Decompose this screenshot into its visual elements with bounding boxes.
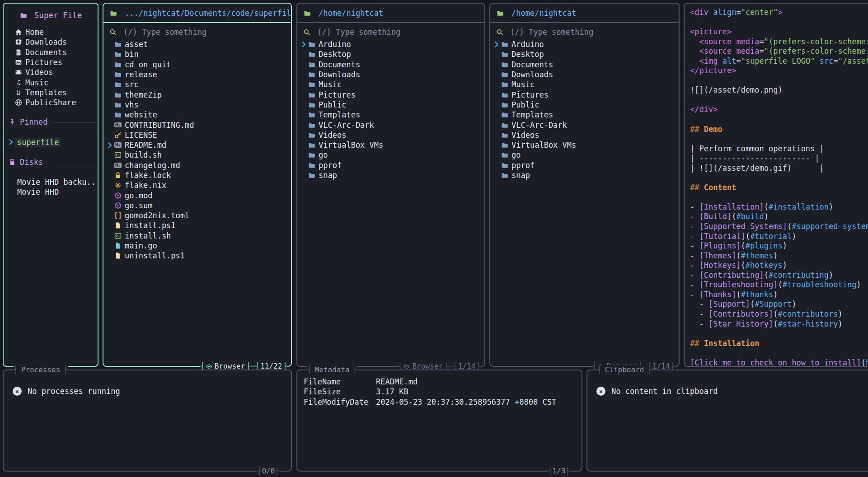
file-row[interactable]: snap xyxy=(493,170,676,180)
sidebar-item-home[interactable]: Home xyxy=(14,27,98,37)
folder-icon xyxy=(501,41,509,48)
panel-header: /home/nightcat xyxy=(490,4,679,23)
code-line xyxy=(690,18,868,28)
file-row[interactable]: Videos xyxy=(493,130,676,140)
file-row[interactable]: bin xyxy=(106,49,288,59)
file-row[interactable]: Templates xyxy=(493,110,676,120)
folder-icon xyxy=(308,172,316,179)
file-row[interactable]: Arduino xyxy=(493,39,676,49)
file-row[interactable]: go.mod xyxy=(106,190,288,200)
file-row[interactable]: Documents xyxy=(300,60,482,70)
markdown-icon: M↓ xyxy=(114,142,122,148)
file-row[interactable]: M↓README.md xyxy=(106,140,288,150)
app-title: Super File xyxy=(4,11,98,20)
code-line: <div align="center"> xyxy=(690,8,868,18)
file-row[interactable]: Desktop xyxy=(300,49,482,59)
clipboard-panel: ┤ Clipboard ├ × No content in clipboard xyxy=(586,369,868,472)
clipboard-title-label: Clipboard xyxy=(605,365,644,375)
file-row[interactable]: asset xyxy=(106,39,288,49)
file-name: website xyxy=(125,110,157,119)
file-row[interactable]: go xyxy=(493,150,676,160)
file-row[interactable]: flake.lock xyxy=(106,170,288,180)
file-row[interactable]: Documents xyxy=(493,60,676,70)
file-row[interactable]: M↓CONTRIBUTING.md xyxy=(106,120,288,130)
file-row[interactable]: go xyxy=(300,150,482,160)
sidebar-item-templates[interactable]: Templates xyxy=(14,88,98,98)
disk-item[interactable]: Movie HHD backu... xyxy=(4,177,98,187)
folder-icon xyxy=(501,91,509,98)
file-row[interactable]: install.sh xyxy=(106,231,288,241)
file-name: Documents xyxy=(319,60,360,69)
search-input[interactable]: (/) Type something xyxy=(297,23,484,38)
file-panel-3: /home/nightcat (/) Type something Arduin… xyxy=(489,3,680,367)
code-line xyxy=(690,134,868,144)
sidebar-item-downloads[interactable]: Downloads xyxy=(14,37,98,47)
file-row[interactable]: install.ps1 xyxy=(106,220,288,230)
file-row[interactable]: VirtualBox VMs xyxy=(300,140,482,150)
metadata-key: FileSize xyxy=(304,387,376,397)
sidebar-item-music[interactable]: ♫Music xyxy=(14,77,98,87)
folder-icon xyxy=(308,71,316,78)
file-row[interactable]: Videos xyxy=(300,130,482,140)
folder-icon xyxy=(501,122,509,129)
file-name: asset xyxy=(125,40,148,49)
file-row[interactable]: Downloads xyxy=(493,70,676,80)
code-line: | ![](/asset/demo.gif) | xyxy=(690,164,868,173)
file-row[interactable]: src xyxy=(106,80,288,89)
file-row[interactable]: VirtualBox VMs xyxy=(493,140,676,150)
search-input[interactable]: (/) Type something xyxy=(103,23,291,38)
file-row[interactable]: M↓changelog.md xyxy=(106,160,288,170)
package-icon xyxy=(114,192,122,199)
file-row[interactable]: pprof xyxy=(300,160,482,170)
terminal-script-icon xyxy=(114,232,122,239)
file-row[interactable]: build.sh xyxy=(106,150,288,160)
file-row[interactable]: Music xyxy=(493,80,676,89)
sidebar-item-documents[interactable]: Documents xyxy=(14,47,98,57)
code-line xyxy=(690,95,868,105)
folder-icon xyxy=(501,162,509,169)
section-divider xyxy=(47,162,98,162)
sidebar-item-publicshare[interactable]: PublicShare xyxy=(14,98,98,108)
file-name: pprof xyxy=(319,161,342,170)
file-row[interactable]: uninstall.ps1 xyxy=(106,251,288,261)
search-icon xyxy=(109,28,117,36)
file-row[interactable]: VLC-Arc-Dark xyxy=(300,120,482,130)
sidebar-item-label: Templates xyxy=(25,88,67,97)
sidebar-item-videos[interactable]: Videos xyxy=(14,67,98,77)
panel-path: /home/nightcat xyxy=(319,9,383,18)
file-row[interactable]: Music xyxy=(300,80,482,89)
file-row[interactable]: Templates xyxy=(300,110,482,120)
file-row[interactable]: pprof xyxy=(493,160,676,170)
search-input[interactable]: (/) Type something xyxy=(490,23,679,38)
code-line: - [Tutorial](#tutorial) xyxy=(690,232,868,242)
file-row[interactable]: main.go xyxy=(106,241,288,251)
file-row[interactable]: Public xyxy=(300,100,482,110)
file-row[interactable]: themeZip xyxy=(106,89,288,99)
file-row[interactable]: LICENSE xyxy=(106,130,288,140)
file-row[interactable]: Public xyxy=(493,100,676,110)
file-row[interactable]: flake.nix xyxy=(106,180,288,190)
counter-tick: ┤ xyxy=(258,466,262,476)
code-line: - [Plugins](#plugins) xyxy=(690,241,868,251)
counter-tick: ┤ xyxy=(548,466,553,476)
code-line xyxy=(690,173,868,183)
sidebar-item-label: Downloads xyxy=(25,37,67,47)
file-row[interactable]: snap xyxy=(300,170,482,180)
sidebar-item-pictures[interactable]: Pictures xyxy=(14,57,98,67)
disk-item[interactable]: Movie HHD xyxy=(4,187,98,197)
file-row[interactable]: Pictures xyxy=(493,89,676,99)
file-row[interactable]: release xyxy=(106,70,288,80)
file-row[interactable]: Downloads xyxy=(300,70,482,80)
file-row[interactable]: Arduino xyxy=(300,39,482,49)
file-row[interactable]: Pictures xyxy=(300,89,482,99)
file-name: snap xyxy=(319,171,337,180)
file-row[interactable]: VLC-Arc-Dark xyxy=(493,120,676,130)
file-row[interactable]: go.sum xyxy=(106,201,288,210)
file-row[interactable]: cd_on_quit xyxy=(106,60,288,70)
file-name: themeZip xyxy=(125,90,162,99)
pinned-item[interactable]: superfile xyxy=(4,137,98,147)
file-row[interactable]: Desktop xyxy=(493,49,676,59)
file-row[interactable]: []gomod2nix.toml xyxy=(106,210,288,220)
file-row[interactable]: website xyxy=(106,110,288,120)
file-row[interactable]: vhs xyxy=(106,100,288,110)
